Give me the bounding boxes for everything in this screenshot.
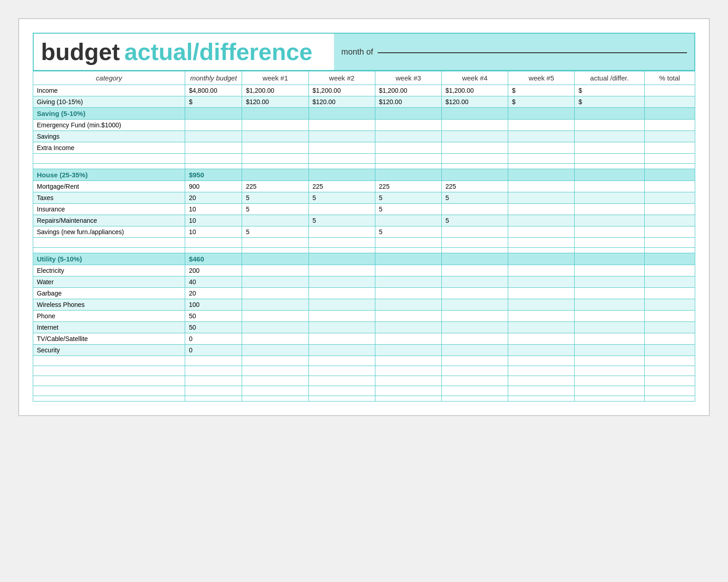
- table-row: Emergency Fund (min.$1000): [33, 120, 695, 131]
- table-row: Mortgage/Rent900225225225225: [33, 181, 695, 192]
- col-week4-header: week #4: [442, 71, 508, 85]
- col-pct-header: % total: [644, 71, 695, 85]
- table-row: Giving (10-15%)$$120.00$120.00$120.00$12…: [33, 96, 695, 108]
- empty-row: [33, 376, 695, 386]
- column-header-row: category monthly budget week #1 week #2 …: [33, 71, 695, 85]
- table-row: Electricity200: [33, 265, 695, 276]
- table-row: Garbage20: [33, 288, 695, 299]
- col-week5-header: week #5: [508, 71, 575, 85]
- spacer-row: [33, 164, 695, 169]
- col-week1-header: week #1: [242, 71, 308, 85]
- table-row: Savings (new furn./appliances)1055: [33, 226, 695, 238]
- table-row: TV/Cable/Satellite0: [33, 333, 695, 345]
- table-row: Wireless Phones100: [33, 299, 695, 311]
- table-row: Insurance1055: [33, 204, 695, 215]
- table-row: Water40: [33, 276, 695, 288]
- month-line: [378, 52, 687, 53]
- table-row: Savings: [33, 131, 695, 142]
- header: budget actual/difference month of: [33, 33, 695, 71]
- table-row: Phone50: [33, 311, 695, 322]
- empty-row: [33, 366, 695, 376]
- header-left: budget actual/difference: [34, 34, 334, 70]
- col-monthly-header: monthly budget: [185, 71, 242, 85]
- house-section-label: House (25-35%): [33, 169, 185, 181]
- empty-row: [33, 356, 695, 366]
- section-header-utility: Utility (5-10%)$460: [33, 253, 695, 265]
- empty-row: [33, 386, 695, 396]
- col-week2-header: week #2: [308, 71, 375, 85]
- spacer-row: [33, 396, 695, 401]
- table-row: Taxes205555: [33, 192, 695, 204]
- table-row: Security0: [33, 345, 695, 356]
- empty-row: [33, 238, 695, 248]
- table-row: Internet50: [33, 322, 695, 333]
- spacer-row: [33, 248, 695, 253]
- table-row: Income$4,800.00$1,200.00$1,200.00$1,200.…: [33, 85, 695, 96]
- table-row: Extra Income: [33, 142, 695, 154]
- col-actual-header: actual /differ.: [575, 71, 644, 85]
- budget-table: category monthly budget week #1 week #2 …: [33, 71, 695, 401]
- col-category-header: category: [33, 71, 185, 85]
- section-header-saving: Saving (5-10%): [33, 108, 695, 120]
- page-container: budget actual/difference month of catego…: [18, 18, 710, 416]
- month-of-label: month of: [341, 47, 373, 57]
- table-row: Repairs/Maintenance1055: [33, 215, 695, 226]
- empty-row: [33, 154, 695, 164]
- section-header-house: House (25-35%)$950: [33, 169, 695, 181]
- utility-section-label: Utility (5-10%): [33, 253, 185, 265]
- header-right: month of: [334, 34, 694, 70]
- actual-title: actual/difference: [124, 38, 312, 65]
- col-week3-header: week #3: [375, 71, 441, 85]
- saving-section-label: Saving (5-10%): [33, 108, 185, 120]
- budget-title: budget: [41, 38, 120, 65]
